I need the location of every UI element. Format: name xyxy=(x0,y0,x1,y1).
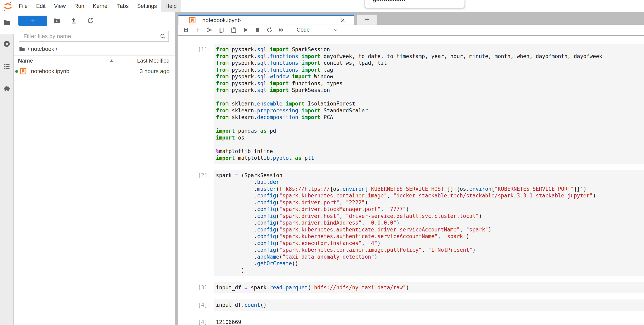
code-line: from pyspark.sql.functions import concat… xyxy=(216,60,642,67)
code-line: 12106669 xyxy=(216,319,642,325)
code-token: import xyxy=(216,155,235,161)
run-icon[interactable] xyxy=(242,26,250,34)
code-token: [ xyxy=(492,186,495,192)
code-token: pyspark. xyxy=(229,67,257,73)
cut-icon[interactable] xyxy=(206,26,214,34)
run-all-icon[interactable] xyxy=(278,26,286,34)
code-token: "2222" xyxy=(346,199,365,205)
notebook-scroll-area[interactable]: [1]:from pyspark.sql import SparkSession… xyxy=(178,36,644,325)
code-token: from xyxy=(216,114,229,120)
code-token: import xyxy=(270,87,289,93)
code-line: .config("spark.kubernetes.container.imag… xyxy=(216,247,642,253)
panel-splitter[interactable] xyxy=(175,12,178,325)
code-token: "IfNotPresent" xyxy=(428,247,472,253)
running-kernels-icon[interactable] xyxy=(3,40,10,48)
code-line: from pyspark.sql.functions import dayofw… xyxy=(216,53,642,60)
stop-icon[interactable] xyxy=(254,26,262,34)
code-token: "spark.kubernetes.authenticate.serviceAc… xyxy=(279,233,438,239)
code-token: sklearn. xyxy=(229,108,257,114)
code-token: ( xyxy=(276,233,279,239)
cell-type-dropdown[interactable]: Code xyxy=(296,27,338,33)
copy-icon[interactable] xyxy=(218,26,226,34)
code-token: functions xyxy=(270,60,298,66)
file-browser-panel: + / notebook / Name Last Modified notebo… xyxy=(14,12,175,325)
cell-editor[interactable]: input_df = spark.read.parquet("hdfs://hd… xyxy=(214,282,644,293)
code-token: , xyxy=(380,206,387,212)
menu-item-view[interactable]: View xyxy=(50,0,70,12)
code-token: from xyxy=(216,53,229,59)
menu-item-tabs[interactable]: Tabs xyxy=(113,0,133,12)
restart-icon[interactable] xyxy=(266,26,274,34)
menu-item-edit[interactable]: Edit xyxy=(32,0,50,12)
add-cell-icon[interactable] xyxy=(194,26,202,34)
code-token: concat_ws, lpad, lit xyxy=(320,60,387,66)
code-line: %matplotlib inline xyxy=(216,148,642,155)
code-token: "4" xyxy=(368,240,377,246)
code-token: sklearn. xyxy=(229,101,257,107)
upload-icon[interactable] xyxy=(70,17,78,25)
menu-item-kernel[interactable]: Kernel xyxy=(88,0,113,12)
code-token: , xyxy=(362,220,368,226)
home-folder-icon[interactable] xyxy=(19,46,25,52)
code-token: SparkSession xyxy=(289,87,330,93)
code-token: import xyxy=(216,135,235,141)
table-of-contents-icon[interactable] xyxy=(3,63,10,70)
code-token: StandardScaler xyxy=(320,108,368,114)
menu-item-help[interactable]: Help xyxy=(161,0,181,12)
code-token: : xyxy=(454,186,457,192)
tab-notebook[interactable]: notebook.ipynb xyxy=(178,15,354,25)
menu-item-settings[interactable]: Settings xyxy=(133,0,161,12)
sort-ascending-icon[interactable] xyxy=(110,59,113,62)
cell-editor[interactable]: input_df.count() xyxy=(214,299,644,311)
menu-item-run[interactable]: Run xyxy=(70,0,88,12)
close-icon[interactable] xyxy=(340,18,346,23)
code-token: "KUBERNETES_SERVICE_HOST" xyxy=(368,186,447,192)
code-token: environ xyxy=(469,186,492,192)
code-token: {os. xyxy=(330,186,343,192)
extensions-icon[interactable] xyxy=(3,85,10,93)
folder-icon[interactable] xyxy=(3,19,10,26)
code-line: from sklearn.decomposition import PCA xyxy=(216,114,642,121)
filter-files-input[interactable] xyxy=(19,31,169,42)
code-token: Window xyxy=(311,74,333,80)
code-token: matplotlib. xyxy=(235,155,273,161)
code-line xyxy=(216,121,642,128)
code-token: config xyxy=(257,233,276,239)
file-name: notebook.ipynb xyxy=(31,68,70,75)
new-folder-icon[interactable] xyxy=(53,17,61,25)
file-last-modified: 3 hours ago xyxy=(140,68,170,75)
code-token: pyplot xyxy=(273,155,292,161)
cell-editor[interactable]: spark = (SparkSession .builder .master(f… xyxy=(214,170,644,276)
code-token: functions xyxy=(270,67,298,73)
code-token: = xyxy=(244,284,248,290)
code-token: % xyxy=(216,148,219,154)
code-token: ( xyxy=(276,206,279,212)
paste-icon[interactable] xyxy=(230,26,238,34)
popup-domain-text: github.com xyxy=(365,0,405,3)
breadcrumb[interactable]: / notebook / xyxy=(19,45,57,53)
file-row[interactable]: notebook.ipynb 3 hours ago xyxy=(14,66,175,77)
new-tab-button[interactable] xyxy=(357,15,377,25)
code-line: .config("spark.driver.port", "2222") xyxy=(216,199,642,206)
code-token: ( xyxy=(276,220,279,226)
code-token: , xyxy=(460,227,466,233)
column-header-name[interactable]: Name xyxy=(18,58,33,64)
code-token: import xyxy=(216,128,235,134)
save-icon[interactable] xyxy=(182,26,190,34)
menu-item-file[interactable]: File xyxy=(14,0,32,12)
refresh-icon[interactable] xyxy=(86,17,94,25)
code-token: . xyxy=(216,186,257,192)
code-token: 12106669 xyxy=(216,319,241,325)
code-token: ( xyxy=(276,193,279,199)
cell-editor[interactable]: from pyspark.sql import SparkSessionfrom… xyxy=(214,44,644,164)
code-token: . xyxy=(216,233,257,239)
code-token: sql xyxy=(257,53,267,59)
code-token: pyspark. xyxy=(229,80,257,87)
column-header-last-modified[interactable]: Last Modified xyxy=(137,58,170,64)
code-token: from xyxy=(216,46,229,53)
code-line: input_df = spark.read.parquet("hdfs://hd… xyxy=(216,284,642,291)
code-line: .master(f'k8s://https://{os.environ["KUB… xyxy=(216,186,642,193)
code-token: master xyxy=(257,186,276,192)
code-token: pyspark. xyxy=(229,53,257,59)
new-launcher-button[interactable]: + xyxy=(18,16,47,26)
